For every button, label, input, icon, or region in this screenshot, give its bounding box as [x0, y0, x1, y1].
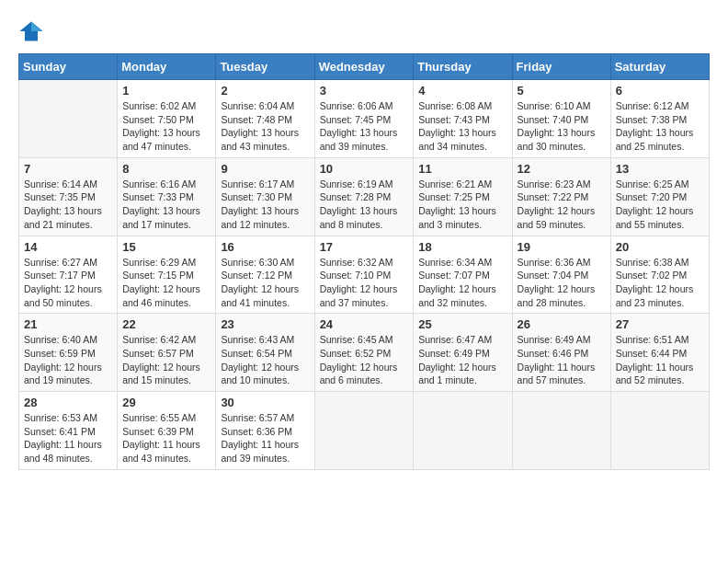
calendar-table: SundayMondayTuesdayWednesdayThursdayFrid…	[18, 53, 710, 470]
day-info: Sunrise: 6:27 AM Sunset: 7:17 PM Dayligh…	[24, 256, 112, 310]
day-info: Sunrise: 6:32 AM Sunset: 7:10 PM Dayligh…	[320, 256, 409, 310]
day-info: Sunrise: 6:25 AM Sunset: 7:20 PM Dayligh…	[616, 178, 704, 232]
day-info: Sunrise: 6:02 AM Sunset: 7:50 PM Dayligh…	[122, 99, 210, 154]
day-info: Sunrise: 6:21 AM Sunset: 7:25 PM Dayligh…	[418, 178, 506, 232]
day-number: 18	[418, 240, 506, 254]
calendar-cell: 29Sunrise: 6:55 AM Sunset: 6:39 PM Dayli…	[118, 392, 216, 470]
day-info: Sunrise: 6:19 AM Sunset: 7:28 PM Dayligh…	[320, 178, 409, 232]
day-number: 11	[418, 162, 506, 176]
day-info: Sunrise: 6:10 AM Sunset: 7:40 PM Dayligh…	[518, 99, 606, 154]
day-number: 26	[518, 317, 606, 331]
day-number: 9	[221, 162, 309, 176]
day-number: 27	[616, 317, 704, 331]
calendar-cell: 30Sunrise: 6:57 AM Sunset: 6:36 PM Dayli…	[216, 392, 314, 470]
day-number: 6	[616, 84, 704, 98]
calendar-cell: 27Sunrise: 6:51 AM Sunset: 6:44 PM Dayli…	[610, 314, 709, 392]
day-number: 3	[320, 84, 409, 98]
calendar-cell: 4Sunrise: 6:08 AM Sunset: 7:43 PM Daylig…	[414, 80, 512, 158]
day-info: Sunrise: 6:47 AM Sunset: 6:49 PM Dayligh…	[418, 333, 506, 387]
calendar-cell: 15Sunrise: 6:29 AM Sunset: 7:15 PM Dayli…	[118, 236, 216, 314]
weekday-header: Saturday	[610, 54, 709, 80]
calendar-cell: 9Sunrise: 6:17 AM Sunset: 7:30 PM Daylig…	[216, 157, 314, 236]
calendar-cell	[19, 80, 118, 158]
calendar-cell: 17Sunrise: 6:32 AM Sunset: 7:10 PM Dayli…	[314, 236, 414, 314]
day-number: 14	[24, 240, 112, 254]
calendar-week-row: 7Sunrise: 6:14 AM Sunset: 7:35 PM Daylig…	[19, 157, 710, 236]
calendar-cell: 28Sunrise: 6:53 AM Sunset: 6:41 PM Dayli…	[19, 392, 118, 470]
calendar-cell: 3Sunrise: 6:06 AM Sunset: 7:45 PM Daylig…	[314, 80, 414, 158]
day-number: 17	[320, 240, 409, 254]
calendar-cell: 19Sunrise: 6:36 AM Sunset: 7:04 PM Dayli…	[512, 236, 610, 314]
day-number: 12	[518, 162, 606, 176]
day-info: Sunrise: 6:36 AM Sunset: 7:04 PM Dayligh…	[518, 256, 606, 310]
weekday-header: Thursday	[414, 54, 512, 80]
day-number: 15	[122, 240, 210, 254]
day-info: Sunrise: 6:12 AM Sunset: 7:38 PM Dayligh…	[616, 99, 704, 154]
calendar-cell: 26Sunrise: 6:49 AM Sunset: 6:46 PM Dayli…	[512, 314, 610, 392]
calendar-week-row: 21Sunrise: 6:40 AM Sunset: 6:59 PM Dayli…	[19, 314, 710, 392]
day-info: Sunrise: 6:14 AM Sunset: 7:35 PM Dayligh…	[24, 178, 112, 232]
day-info: Sunrise: 6:30 AM Sunset: 7:12 PM Dayligh…	[221, 256, 309, 310]
day-number: 23	[221, 317, 309, 331]
day-number: 21	[24, 317, 112, 331]
calendar-cell	[512, 392, 610, 470]
weekday-header-row: SundayMondayTuesdayWednesdayThursdayFrid…	[19, 54, 710, 80]
day-number: 25	[418, 317, 506, 331]
day-info: Sunrise: 6:06 AM Sunset: 7:45 PM Dayligh…	[320, 99, 409, 154]
calendar-cell: 2Sunrise: 6:04 AM Sunset: 7:48 PM Daylig…	[216, 80, 314, 158]
logo	[18, 18, 48, 44]
day-info: Sunrise: 6:04 AM Sunset: 7:48 PM Dayligh…	[221, 99, 309, 154]
calendar-week-row: 1Sunrise: 6:02 AM Sunset: 7:50 PM Daylig…	[19, 80, 710, 158]
weekday-header: Monday	[118, 54, 216, 80]
page-header	[18, 18, 710, 44]
calendar-cell: 10Sunrise: 6:19 AM Sunset: 7:28 PM Dayli…	[314, 157, 414, 236]
day-info: Sunrise: 6:57 AM Sunset: 6:36 PM Dayligh…	[221, 411, 309, 465]
calendar-cell: 11Sunrise: 6:21 AM Sunset: 7:25 PM Dayli…	[414, 157, 512, 236]
day-number: 30	[221, 396, 309, 409]
day-number: 7	[24, 162, 112, 176]
day-number: 1	[122, 84, 210, 98]
day-number: 4	[418, 84, 506, 98]
calendar-cell: 24Sunrise: 6:45 AM Sunset: 6:52 PM Dayli…	[314, 314, 414, 392]
day-number: 24	[320, 317, 409, 331]
day-number: 28	[24, 396, 112, 409]
day-number: 20	[616, 240, 704, 254]
weekday-header: Sunday	[19, 54, 118, 80]
calendar-cell: 14Sunrise: 6:27 AM Sunset: 7:17 PM Dayli…	[19, 236, 118, 314]
calendar-cell: 8Sunrise: 6:16 AM Sunset: 7:33 PM Daylig…	[118, 157, 216, 236]
day-info: Sunrise: 6:51 AM Sunset: 6:44 PM Dayligh…	[616, 333, 704, 387]
weekday-header: Tuesday	[216, 54, 314, 80]
calendar-cell: 23Sunrise: 6:43 AM Sunset: 6:54 PM Dayli…	[216, 314, 314, 392]
calendar-cell: 12Sunrise: 6:23 AM Sunset: 7:22 PM Dayli…	[512, 157, 610, 236]
calendar-cell: 25Sunrise: 6:47 AM Sunset: 6:49 PM Dayli…	[414, 314, 512, 392]
day-info: Sunrise: 6:53 AM Sunset: 6:41 PM Dayligh…	[24, 411, 112, 465]
day-info: Sunrise: 6:16 AM Sunset: 7:33 PM Dayligh…	[122, 178, 210, 232]
day-number: 2	[221, 84, 309, 98]
day-number: 8	[122, 162, 210, 176]
calendar-body: 1Sunrise: 6:02 AM Sunset: 7:50 PM Daylig…	[19, 80, 710, 470]
day-info: Sunrise: 6:23 AM Sunset: 7:22 PM Dayligh…	[518, 178, 606, 232]
calendar-cell: 1Sunrise: 6:02 AM Sunset: 7:50 PM Daylig…	[118, 80, 216, 158]
day-info: Sunrise: 6:38 AM Sunset: 7:02 PM Dayligh…	[616, 256, 704, 310]
day-info: Sunrise: 6:49 AM Sunset: 6:46 PM Dayligh…	[518, 333, 606, 387]
calendar-week-row: 28Sunrise: 6:53 AM Sunset: 6:41 PM Dayli…	[19, 392, 710, 470]
calendar-cell: 21Sunrise: 6:40 AM Sunset: 6:59 PM Dayli…	[19, 314, 118, 392]
day-info: Sunrise: 6:34 AM Sunset: 7:07 PM Dayligh…	[418, 256, 506, 310]
day-number: 5	[518, 84, 606, 98]
day-info: Sunrise: 6:42 AM Sunset: 6:57 PM Dayligh…	[122, 333, 210, 387]
day-info: Sunrise: 6:29 AM Sunset: 7:15 PM Dayligh…	[122, 256, 210, 310]
day-number: 10	[320, 162, 409, 176]
day-info: Sunrise: 6:55 AM Sunset: 6:39 PM Dayligh…	[122, 411, 210, 465]
day-info: Sunrise: 6:08 AM Sunset: 7:43 PM Dayligh…	[418, 99, 506, 154]
day-number: 22	[122, 317, 210, 331]
day-info: Sunrise: 6:43 AM Sunset: 6:54 PM Dayligh…	[221, 333, 309, 387]
weekday-header: Friday	[512, 54, 610, 80]
calendar-cell: 6Sunrise: 6:12 AM Sunset: 7:38 PM Daylig…	[610, 80, 709, 158]
calendar-cell: 16Sunrise: 6:30 AM Sunset: 7:12 PM Dayli…	[216, 236, 314, 314]
calendar-cell	[610, 392, 709, 470]
svg-marker-1	[31, 22, 43, 32]
calendar-cell: 13Sunrise: 6:25 AM Sunset: 7:20 PM Dayli…	[610, 157, 709, 236]
calendar-cell: 7Sunrise: 6:14 AM Sunset: 7:35 PM Daylig…	[19, 157, 118, 236]
calendar-cell: 22Sunrise: 6:42 AM Sunset: 6:57 PM Dayli…	[118, 314, 216, 392]
calendar-cell	[414, 392, 512, 470]
